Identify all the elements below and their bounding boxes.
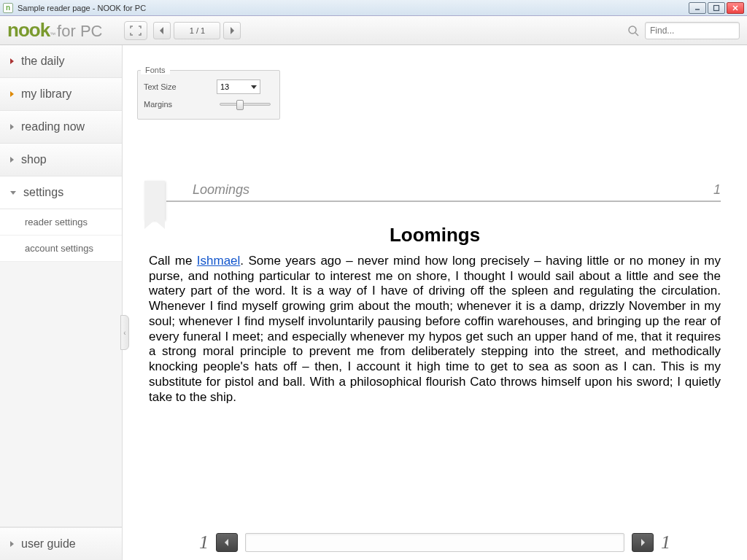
- sidebar-item-my-library[interactable]: my library: [0, 78, 122, 111]
- sidebar-item-label: user guide: [21, 537, 76, 551]
- caret-down-icon: [10, 191, 16, 195]
- sidebar-item-shop[interactable]: shop: [0, 144, 122, 176]
- svg-marker-5: [231, 27, 234, 34]
- svg-marker-9: [641, 539, 645, 546]
- reader-page: Loomings 1 Loomings Call me Ishmael. Som…: [123, 182, 747, 525]
- bottom-right-page: 1: [661, 532, 670, 553]
- sidebar: the daily my library reading now shop se…: [0, 45, 123, 560]
- reader-body: Loomings Call me Ishmael. Some years ago…: [149, 202, 721, 405]
- fullscreen-button[interactable]: [124, 21, 147, 40]
- fonts-panel-title: Fonts: [141, 66, 170, 74]
- page-scrubber[interactable]: [245, 533, 624, 552]
- sidebar-item-reading-now[interactable]: reading now: [0, 111, 122, 144]
- sidebar-item-label: shop: [21, 153, 47, 166]
- para-rest: . Some years ago – never mind how long p…: [149, 254, 721, 404]
- prev-page-button[interactable]: [153, 22, 171, 39]
- caret-right-icon: [10, 157, 14, 163]
- svg-line-7: [635, 33, 638, 36]
- text-size-value: 13: [220, 82, 229, 91]
- caret-right-icon: [10, 541, 14, 547]
- sidebar-sub-account-settings[interactable]: account settings: [0, 236, 122, 262]
- chevron-left-icon: [224, 539, 230, 546]
- window-controls: [689, 2, 744, 14]
- fonts-panel: Fonts Text Size 13 Margins: [137, 70, 280, 120]
- sidebar-item-label: settings: [23, 186, 63, 199]
- bottom-left-page: 1: [199, 532, 209, 553]
- chevron-right-icon: [640, 539, 646, 546]
- search-icon: [626, 23, 640, 38]
- bookmark-ribbon-icon[interactable]: [144, 181, 165, 220]
- logo-brand: nook: [7, 19, 50, 42]
- close-button[interactable]: [727, 2, 744, 14]
- sidebar-filler: [0, 262, 122, 527]
- svg-point-6: [629, 26, 636, 34]
- sidebar-item-label: the daily: [21, 55, 65, 68]
- chevron-right-icon: [229, 27, 235, 34]
- window-titlebar: n Sample reader page - NOOK for PC: [0, 0, 747, 16]
- margins-label: Margins: [144, 100, 217, 109]
- caret-right-icon: [10, 124, 14, 130]
- sidebar-item-settings[interactable]: settings: [0, 176, 122, 209]
- svg-rect-1: [714, 5, 719, 10]
- svg-marker-4: [160, 27, 163, 34]
- fullscreen-icon: [130, 26, 142, 36]
- sidebar-sub-reader-settings[interactable]: reader settings: [0, 209, 122, 236]
- bottom-next-button[interactable]: [632, 533, 654, 552]
- chevron-left-icon: [159, 27, 165, 34]
- sidebar-item-label: reading now: [21, 120, 85, 133]
- next-page-button[interactable]: [223, 22, 241, 39]
- maximize-button[interactable]: [708, 2, 725, 14]
- content-area: Fonts Text Size 13 Margins Loomings: [123, 45, 747, 560]
- page-nav: 1 / 1: [153, 22, 241, 39]
- caret-right-icon: [10, 58, 14, 64]
- app-icon: n: [3, 3, 13, 13]
- svg-marker-8: [225, 539, 228, 546]
- chevron-down-icon: [251, 85, 257, 89]
- search-input[interactable]: [645, 22, 740, 39]
- window-title: Sample reader page - NOOK for PC: [18, 4, 689, 12]
- para-start: Call me: [149, 254, 197, 268]
- search-area: [626, 22, 740, 39]
- reader-header-page: 1: [713, 182, 721, 198]
- margins-slider[interactable]: [220, 103, 271, 106]
- bottom-nav: 1 1: [123, 525, 747, 560]
- logo-suffix: for PC: [57, 22, 102, 41]
- minimize-button[interactable]: [689, 2, 706, 14]
- logo-tm: ™: [50, 31, 55, 38]
- sidebar-sub-label: account settings: [25, 243, 93, 254]
- reader-header-title: Loomings: [193, 182, 249, 198]
- sidebar-item-the-daily[interactable]: the daily: [0, 45, 122, 78]
- text-size-label: Text Size: [144, 82, 217, 91]
- sidebar-item-user-guide[interactable]: user guide: [0, 527, 122, 560]
- sidebar-sub-label: reader settings: [25, 217, 88, 228]
- reader-header: Loomings 1: [166, 182, 721, 202]
- ishmael-link[interactable]: Ishmael: [197, 254, 241, 268]
- chapter-text: Call me Ishmael. Some years ago – never …: [149, 254, 721, 405]
- text-size-select[interactable]: 13: [217, 79, 260, 94]
- caret-right-icon: [10, 91, 14, 97]
- app-logo: nook™ for PC: [7, 19, 102, 42]
- page-indicator[interactable]: 1 / 1: [174, 22, 220, 39]
- bottom-prev-button[interactable]: [216, 533, 238, 552]
- main-toolbar: nook™ for PC 1 / 1: [0, 16, 747, 45]
- sidebar-item-label: my library: [21, 88, 71, 101]
- slider-thumb[interactable]: [236, 100, 244, 110]
- chapter-title: Loomings: [149, 224, 721, 246]
